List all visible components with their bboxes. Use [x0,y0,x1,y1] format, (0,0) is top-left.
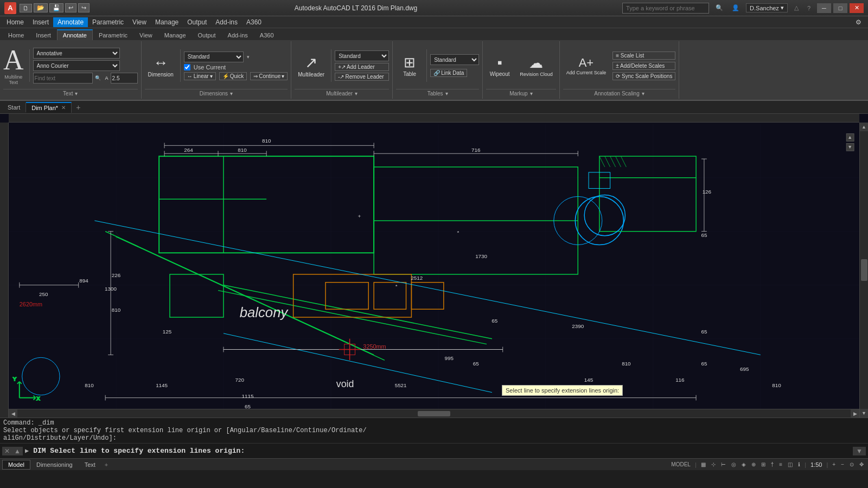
tab-output[interactable]: Output [192,30,222,40]
dim-style-select[interactable]: Standard [184,52,244,62]
tab-home[interactable]: Home [2,30,30,40]
btm-tab-dimensioning[interactable]: Dimensioning [30,460,79,470]
scroll-left-button[interactable]: ◀ [9,409,17,418]
horizontal-scrollbar[interactable]: ◀ ▶ [9,409,859,418]
maximize-button[interactable]: □ [833,3,847,13]
ducs-toggle[interactable]: ⊞ [759,461,768,468]
text-style-select[interactable]: Annotative [33,48,120,59]
scroll-up-cmd-button[interactable]: ▲ [12,447,23,455]
menu-annotate[interactable]: Annotate [53,17,88,27]
ann-scaling-expand-icon[interactable]: ▾ [642,91,644,97]
markup-expand-icon[interactable]: ▾ [530,91,533,97]
tab-dim-plan[interactable]: Dim Plan* ✕ [26,102,72,113]
osnap-toggle[interactable]: ◈ [739,461,748,468]
menu-manage[interactable]: Manage [151,17,183,27]
revision-cloud-button[interactable]: ☁ Revision Cloud [516,53,556,79]
save-button[interactable]: 💾 [49,3,63,12]
close-cmd-button[interactable]: ✕ [2,447,12,455]
continue-button[interactable]: ⇒ Continue ▾ [250,72,288,80]
menu-view[interactable]: View [128,17,151,27]
zoom-in-button[interactable]: + [830,461,838,468]
link-data-button[interactable]: 🔗 Link Data [430,69,467,77]
tables-expand-icon[interactable]: ▾ [445,91,448,97]
use-current-checkbox[interactable] [184,64,190,70]
wipeout-button[interactable]: ▪ Wipeout [486,52,513,79]
menu-settings[interactable]: ⚙ [851,17,866,27]
tab-insert[interactable]: Insert [30,30,57,40]
keyword-search[interactable] [622,3,709,14]
find-text-input[interactable] [33,73,93,84]
table-style-select[interactable]: Standard [430,54,479,65]
dimension-button[interactable]: ↔ Dimension [145,52,177,80]
undo-button[interactable]: ↩ [65,3,76,12]
leaders-expand-icon[interactable]: ▾ [355,91,358,97]
btm-tab-text[interactable]: Text [79,460,101,470]
open-button[interactable]: 📂 [34,3,48,12]
vertical-scrollbar[interactable]: ▲ ▼ [859,123,868,418]
annotation-scale[interactable]: 1:50 [808,461,824,468]
menu-addins[interactable]: Add-ins [211,17,242,27]
user-menu[interactable]: D.Sanchez ▾ [746,3,788,12]
command-input[interactable] [31,447,853,455]
menu-insert[interactable]: Insert [28,17,53,27]
tp-toggle[interactable]: ◫ [786,461,795,468]
polar-toggle[interactable]: ◎ [729,461,738,468]
cmd-expand-button[interactable]: ▼ [853,447,866,455]
ortho-toggle[interactable]: ⊢ [719,461,728,468]
snap-toggle[interactable]: ⊹ [709,461,718,468]
tab-a360[interactable]: A360 [254,30,280,40]
scroll-right-button[interactable]: ▶ [851,409,859,418]
scroll-down-button[interactable]: ▼ [860,409,869,418]
new-tab-button[interactable]: + [72,101,85,113]
multileader-button[interactable]: ↗ Multileader [295,52,328,80]
scale-list-button[interactable]: ≡ Scale List [612,52,675,60]
sync-scale-button[interactable]: ⟳ Sync Scale Positions [612,72,675,80]
add-delete-scales-button[interactable]: ± Add/Delete Scales [612,62,675,70]
scroll-thumb-v[interactable] [861,259,867,281]
tab-view[interactable]: View [133,30,158,40]
text-group-expand[interactable]: ▾ [75,91,78,97]
otrack-toggle[interactable]: ⊕ [749,461,758,468]
leader-style-select[interactable]: Standard [335,50,389,61]
menu-output[interactable]: Output [183,17,211,27]
use-current-label: Use Current [194,64,226,70]
close-button[interactable]: ✕ [850,3,864,13]
pan-icon[interactable]: ✥ [857,461,866,468]
redo-button[interactable]: ↪ [78,3,90,12]
tab-manage[interactable]: Manage [158,30,192,40]
tab-annotate[interactable]: Annotate [57,29,93,40]
scroll-up-button[interactable]: ▲ [860,123,869,131]
qp-toggle[interactable]: ℹ [796,461,802,468]
multiline-text-button[interactable]: A [3,46,24,74]
menu-parametric[interactable]: Parametric [88,17,128,27]
command-input-row[interactable]: ✕ ▲ ▶ ▼ [0,443,868,458]
menu-a360[interactable]: A360 [242,17,266,27]
tab-start[interactable]: Start [2,102,26,112]
font-select[interactable]: Anno Courier [33,60,120,71]
minimize-button[interactable]: ─ [817,3,831,13]
nav-wheel-icon[interactable]: ⊙ [847,461,856,468]
remove-leader-button[interactable]: -↗ Remove Leader [335,73,389,81]
drawing-canvas[interactable]: 2620mm 3250mm 264 810 810 716 2512 1730 … [9,123,859,418]
scroll-thumb-h[interactable] [418,411,450,416]
zoom-out-button[interactable]: − [839,461,846,468]
dimensions-expand-icon[interactable]: ▾ [230,91,233,97]
add-current-scale-button[interactable]: A+ Add Current Scale [563,54,610,78]
btm-tab-model[interactable]: Model [2,460,30,470]
add-leader-button[interactable]: +↗ Add Leader [335,63,389,71]
linear-button[interactable]: ↔ Linear ▾ [184,72,216,80]
quick-button[interactable]: ⚡ Quick [219,72,247,80]
dyn-toggle[interactable]: † [769,461,776,468]
tab-parametric[interactable]: Parametric [93,30,133,40]
table-button[interactable]: ⊞ Table [396,52,423,79]
canvas-area[interactable]: // ruler ticks drawn via SVG inline [0,114,868,418]
tab-addins[interactable]: Add-ins [222,30,254,40]
new-button[interactable]: 🗋 [20,4,32,12]
text-size-input[interactable] [111,73,138,84]
add-layout-tab[interactable]: + [101,460,111,469]
svg-text:▼: ▼ [847,144,852,150]
grid-toggle[interactable]: ▦ [699,461,708,468]
lw-toggle[interactable]: ≡ [777,461,784,468]
close-dim-plan-icon[interactable]: ✕ [61,105,66,111]
menu-home[interactable]: Home [2,17,28,27]
